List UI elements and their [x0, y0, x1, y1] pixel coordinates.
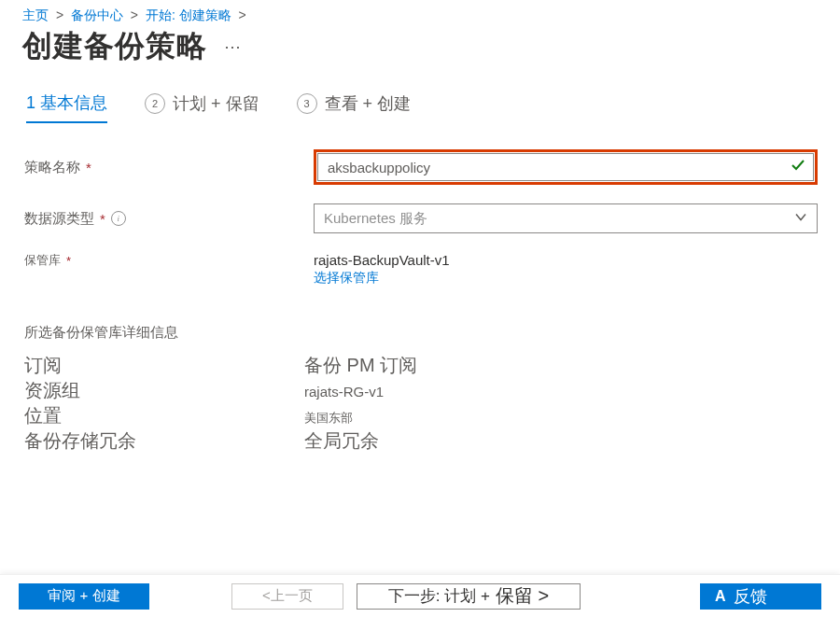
- tab-review-label: 查看 + 创建: [325, 92, 412, 115]
- form-area: 策略名称 * 数据源类型 * i Kubernetes 服务 保管库: [0, 133, 840, 287]
- info-icon[interactable]: i: [111, 211, 126, 226]
- next-button-label-1: 下一步: 计划 +: [388, 585, 490, 607]
- wizard-footer: 审阅 + 创建 <上一页 下一步: 计划 + 保留 > A 反馈: [0, 574, 840, 617]
- tab-basics-label: 1 基本信息: [26, 91, 107, 114]
- detail-row-redundancy: 备份存储冗余 全局冗余: [24, 428, 840, 454]
- detail-value-redundancy: 全局冗余: [304, 428, 379, 454]
- previous-button: <上一页: [231, 583, 343, 610]
- breadcrumb-createpolicy-link[interactable]: 开始: 创建策略: [146, 7, 231, 22]
- wizard-tabs: 1 基本信息 2 计划 + 保留 3 查看 + 创建: [0, 73, 840, 133]
- vault-value: rajats-BackupVault-v1: [314, 252, 818, 268]
- row-datasource-type: 数据源类型 * i Kubernetes 服务: [24, 203, 818, 233]
- datasource-type-select[interactable]: Kubernetes 服务: [314, 203, 818, 233]
- step-number-badge: 2: [145, 93, 165, 114]
- detail-value-subscription: 备份 PM 订阅: [304, 353, 417, 378]
- tab-schedule-label: 计划 + 保留: [173, 92, 259, 115]
- required-asterisk: *: [100, 211, 105, 227]
- row-policy-name: 策略名称 *: [24, 149, 818, 185]
- tab-basics[interactable]: 1 基本信息: [26, 91, 107, 123]
- datasource-type-value: Kubernetes 服务: [324, 210, 427, 228]
- detail-label-subscription: 订阅: [24, 353, 304, 378]
- breadcrumb-backupcenter-link[interactable]: 备份中心: [71, 7, 123, 22]
- feedback-icon: A: [715, 588, 726, 605]
- detail-row-resourcegroup: 资源组 rajats-RG-v1: [24, 378, 840, 403]
- breadcrumb-sep: >: [56, 7, 63, 22]
- page-header: 创建备份策略 ⋯: [0, 26, 840, 73]
- breadcrumb-home-link[interactable]: 主页: [22, 7, 49, 22]
- detail-value-resourcegroup: rajats-RG-v1: [304, 384, 384, 400]
- page-title: 创建备份策略: [22, 26, 207, 67]
- next-button[interactable]: 下一步: 计划 + 保留 >: [357, 583, 581, 610]
- detail-value-location: 美国东部: [304, 410, 353, 427]
- validation-check-icon: [791, 158, 805, 176]
- step-number-badge: 3: [297, 93, 317, 114]
- chevron-down-icon: [794, 211, 807, 227]
- vault-details-grid: 订阅 备份 PM 订阅 资源组 rajats-RG-v1 位置 美国东部 备份存…: [0, 353, 840, 454]
- breadcrumb: 主页 > 备份中心 > 开始: 创建策略 >: [0, 0, 840, 26]
- select-vault-link[interactable]: 选择保管库: [314, 270, 379, 285]
- feedback-button[interactable]: A 反馈: [700, 583, 821, 610]
- feedback-label: 反馈: [734, 585, 767, 608]
- breadcrumb-sep: >: [239, 7, 246, 22]
- detail-label-redundancy: 备份存储冗余: [24, 428, 304, 454]
- vault-wrap: rajats-BackupVault-v1 选择保管库: [314, 252, 818, 287]
- review-create-button[interactable]: 审阅 + 创建: [19, 583, 149, 610]
- row-vault: 保管库 * rajats-BackupVault-v1 选择保管库: [24, 252, 818, 287]
- policy-name-input[interactable]: [317, 153, 814, 181]
- tab-review-create[interactable]: 3 查看 + 创建: [297, 92, 412, 122]
- label-datasource-type: 数据源类型 * i: [24, 210, 314, 228]
- tab-schedule-retention[interactable]: 2 计划 + 保留: [145, 92, 259, 122]
- detail-row-subscription: 订阅 备份 PM 订阅: [24, 353, 840, 378]
- detail-label-resourcegroup: 资源组: [24, 378, 304, 403]
- detail-label-location: 位置: [24, 403, 304, 428]
- vault-details-title: 所选备份保管库详细信息: [0, 324, 840, 353]
- label-vault: 保管库 *: [24, 252, 314, 269]
- breadcrumb-sep: >: [131, 7, 138, 22]
- more-menu-icon[interactable]: ⋯: [224, 36, 243, 57]
- next-button-label-2: 保留 >: [496, 583, 549, 609]
- datasource-wrap: Kubernetes 服务: [314, 203, 818, 233]
- label-policy-name: 策略名称 *: [24, 159, 314, 176]
- policy-name-highlight: [314, 149, 818, 185]
- required-asterisk: *: [86, 160, 91, 175]
- required-asterisk: *: [66, 254, 71, 268]
- detail-row-location: 位置 美国东部: [24, 403, 840, 428]
